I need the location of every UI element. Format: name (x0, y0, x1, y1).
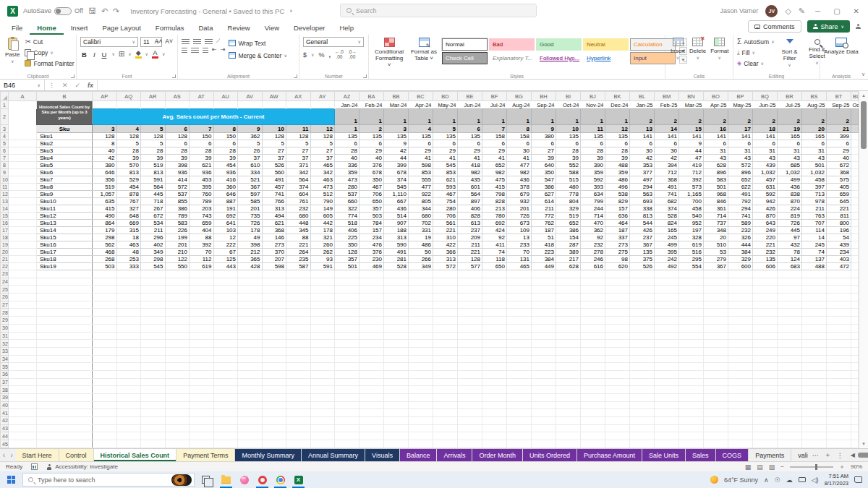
cell[interactable] (9, 386, 37, 394)
cell[interactable] (851, 401, 859, 409)
cell[interactable]: 477 (507, 162, 532, 169)
cell[interactable] (190, 363, 214, 371)
scroll-up-icon[interactable]: ▲ (861, 91, 866, 100)
cell[interactable] (409, 440, 433, 448)
cell[interactable]: 353 (630, 162, 655, 169)
cell[interactable] (409, 409, 433, 417)
cell[interactable]: 37 (238, 155, 263, 162)
cell[interactable] (37, 317, 93, 325)
cell[interactable] (679, 370, 704, 378)
cell[interactable] (507, 278, 532, 286)
cell[interactable]: 564 (141, 184, 166, 191)
cell[interactable]: 726 (238, 220, 263, 227)
cell[interactable]: 516 (679, 249, 704, 256)
cell[interactable]: 9 (384, 140, 409, 147)
cell[interactable]: 135 (556, 133, 581, 140)
cell[interactable] (165, 347, 190, 355)
cell[interactable]: 30 (630, 147, 655, 155)
cell[interactable]: 53 (704, 249, 728, 256)
cell[interactable] (310, 363, 335, 371)
row-header[interactable]: 30 (1, 324, 9, 332)
row-header[interactable]: 10 (1, 176, 9, 184)
cell[interactable]: 70 (507, 249, 532, 256)
row-header[interactable]: 42 (1, 417, 9, 425)
cell[interactable]: 399 (384, 162, 409, 169)
cell[interactable]: 394 (655, 162, 679, 169)
cell[interactable] (310, 440, 335, 448)
cell[interactable]: 519 (141, 162, 166, 169)
cell[interactable] (116, 409, 141, 417)
cell[interactable]: 225 (335, 234, 359, 241)
cell[interactable]: 435 (458, 176, 482, 184)
cell[interactable] (190, 278, 214, 286)
dialog-launcher-icon[interactable] (172, 74, 176, 78)
cell[interactable] (802, 347, 827, 355)
cell[interactable]: 494 (262, 213, 286, 220)
select-all-corner[interactable] (1, 92, 9, 101)
cell[interactable]: 2 (827, 109, 851, 125)
cell[interactable]: 563 (630, 191, 655, 198)
cell[interactable] (458, 270, 482, 278)
cell[interactable] (93, 355, 117, 363)
cell[interactable]: 15 (679, 125, 704, 133)
decrease-decimal-button[interactable]: .0→.00 (348, 50, 357, 59)
cell[interactable] (802, 386, 827, 394)
sheet-tab-payments[interactable]: Payments (749, 449, 791, 461)
cell[interactable]: 470 (581, 220, 605, 227)
cell[interactable] (286, 286, 311, 294)
cell[interactable]: 295 (679, 256, 704, 263)
cell[interactable]: 853 (409, 169, 433, 176)
cell[interactable] (141, 363, 166, 371)
cell[interactable]: 395 (190, 184, 214, 191)
cell[interactable]: 242 (655, 256, 679, 263)
cell[interactable]: 6 (778, 140, 802, 147)
cell[interactable] (141, 424, 166, 432)
cell[interactable] (704, 332, 728, 340)
cell[interactable] (679, 340, 704, 348)
cell[interactable]: Sep-25 (827, 101, 851, 109)
cell[interactable] (141, 270, 166, 278)
cell[interactable] (433, 409, 458, 417)
cell[interactable]: 1,057 (93, 191, 117, 198)
cell[interactable] (507, 432, 532, 440)
cell[interactable]: 389 (556, 249, 581, 256)
cell[interactable] (335, 340, 359, 348)
cell[interactable]: 552 (556, 162, 581, 169)
cell[interactable] (458, 332, 482, 340)
insert-function-icon[interactable]: fx (84, 80, 97, 90)
cell[interactable] (778, 401, 802, 409)
cell[interactable] (458, 409, 482, 417)
row-header[interactable]: 45 (1, 440, 9, 448)
cell[interactable] (581, 409, 605, 417)
cell[interactable]: 415 (482, 184, 507, 191)
cell[interactable] (556, 286, 581, 294)
cell[interactable]: 141 (728, 133, 753, 140)
cell[interactable]: 157 (359, 227, 384, 234)
cell[interactable] (262, 363, 286, 371)
cell[interactable] (93, 424, 117, 432)
cell[interactable] (213, 424, 238, 432)
cell[interactable] (37, 355, 93, 363)
cell[interactable] (605, 347, 630, 355)
cell[interactable] (532, 270, 556, 278)
cell[interactable] (655, 424, 679, 432)
cell[interactable]: 42 (630, 155, 655, 162)
cell[interactable]: 368 (655, 176, 679, 184)
cell[interactable] (753, 294, 778, 301)
clock[interactable]: 7:51 AM 8/17/2023 (825, 473, 848, 487)
cell[interactable]: 359 (581, 169, 605, 176)
cell[interactable] (458, 340, 482, 348)
cell[interactable]: 14 (802, 234, 827, 241)
cell[interactable] (190, 417, 214, 425)
cell[interactable] (190, 409, 214, 417)
cell[interactable] (93, 394, 117, 402)
cell[interactable] (802, 370, 827, 378)
cell[interactable] (9, 133, 37, 140)
ribbon-tab-view[interactable]: View (258, 22, 286, 35)
cell[interactable] (165, 101, 190, 109)
cell[interactable]: 650 (482, 263, 507, 270)
cell[interactable]: 40 (827, 155, 851, 162)
cell[interactable]: 135 (605, 133, 630, 140)
cell[interactable] (605, 317, 630, 325)
cell[interactable] (605, 309, 630, 317)
